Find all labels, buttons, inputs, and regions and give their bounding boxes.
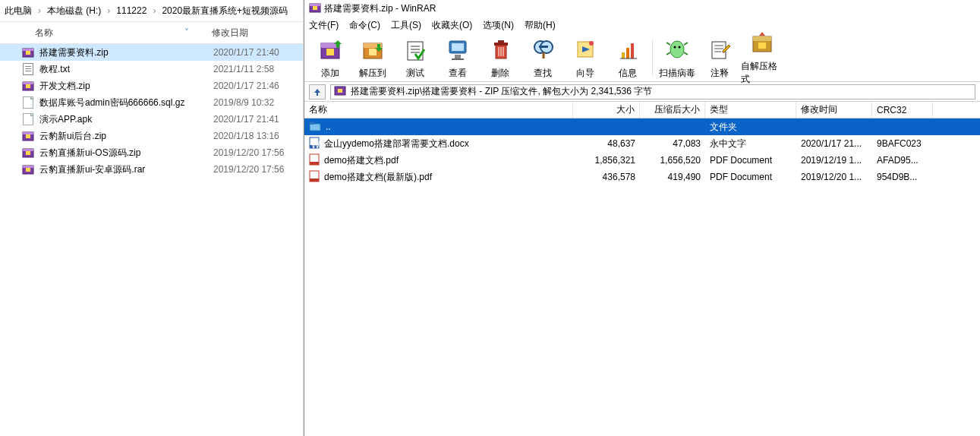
file-name: 金山yydemo搭建部署需要文档.docx [324,137,469,150]
toolbar-label: 注释 [711,67,729,80]
toolbar-button[interactable]: 注释 [698,36,741,80]
file-name: demo搭建文档(最新版).pdf [324,171,432,184]
file-date [796,118,872,135]
file-name: 演示APP.apk [39,113,213,126]
menubar: 文件(F)命令(C)工具(S)收藏夹(O)选项(N)帮助(H) [304,17,980,33]
col-date[interactable]: 修改日期 [212,27,303,39]
breadcrumb-item[interactable]: 111222 [115,5,148,16]
menu-item[interactable]: 选项(N) [483,19,514,32]
up-button[interactable] [309,84,326,100]
file-date: 2020/1/17 21... [796,135,872,152]
svg-rect-2 [26,51,30,55]
toolbar-button[interactable]: 删除 [479,36,522,80]
file-date: 2019/12/20 1... [796,169,872,185]
file-name: .. [326,122,331,132]
menu-item[interactable]: 帮助(H) [525,19,556,32]
explorer-row[interactable]: 演示APP.apk2020/1/17 21:41 [0,111,303,128]
col-name[interactable]: 名称 [304,102,573,118]
txt-icon [21,63,35,75]
file-date: 2021/1/11 2:58 [213,64,303,74]
col-packed[interactable]: 压缩后大小 [640,102,705,118]
toolbar-button[interactable]: 测试 [394,36,436,80]
svg-rect-46 [626,48,629,58]
toolbar-button[interactable]: 查看 [436,36,479,80]
file-packed: 47,083 [640,135,705,152]
breadcrumb-item[interactable]: 此电脑 [3,5,33,16]
file-type: 永中文字 [705,135,796,152]
explorer-row[interactable]: 云豹直播新ui-安卓源码.rar2019/12/20 17:56 [0,161,303,178]
svg-rect-8 [26,134,30,138]
toolbar-button[interactable]: 添加 [309,36,351,80]
menu-item[interactable]: 工具(S) [391,19,421,32]
grid-row[interactable]: demo搭建文档.pdf1,856,3211,656,520PDF Docume… [304,152,980,169]
archive-icon [21,163,35,175]
toolbar-icon [614,36,641,65]
svg-rect-16 [310,4,320,6]
svg-rect-34 [498,40,504,43]
svg-rect-14 [26,168,30,172]
path-box[interactable]: 搭建需要资料.zip\搭建需要资料 - ZIP 压缩文件, 解包大小为 2,34… [330,84,975,100]
toolbar-label: 扫描病毒 [659,67,695,80]
menu-item[interactable]: 文件(F) [309,19,339,32]
col-name[interactable]: 名称 [8,27,184,39]
toolbar-icon [663,36,691,65]
svg-rect-65 [310,124,320,131]
col-size[interactable]: 大小 [573,102,640,118]
breadcrumb-item[interactable]: 本地磁盘 (H:) [46,5,102,16]
svg-rect-11 [26,151,30,155]
svg-rect-71 [310,162,319,165]
svg-line-55 [684,52,688,55]
menu-item[interactable]: 命令(C) [349,19,380,32]
file-crc: 954D9B... [872,169,933,185]
toolbar-label: 测试 [406,67,424,80]
archive-icon [21,130,35,142]
file-date: 2019/12/20 17:56 [213,147,303,158]
toolbar-button[interactable]: 自解压格式 [741,29,783,86]
explorer-row[interactable]: 搭建需要资料.zip2020/1/17 21:40 [0,44,303,61]
toolbar-button[interactable]: 向导 [564,36,607,80]
toolbar-label: 解压到 [359,67,386,80]
toolbar-button[interactable]: 扫描病毒 [656,36,698,80]
grid-row[interactable]: ..文件夹 [304,118,980,135]
grid-row[interactable]: demo搭建文档(最新版).pdf436,578419,490PDF Docum… [304,169,980,185]
sort-indicator-icon: ˅ [184,27,189,38]
toolbar-label: 添加 [321,67,339,80]
toolbar-icon [402,36,429,65]
explorer-row[interactable]: 教程.txt2021/1/11 2:58 [0,61,303,77]
file-icon [21,113,35,125]
file-date: 2020/1/17 21:40 [213,47,303,58]
file-date: 2020/1/17 21:41 [213,114,303,125]
toolbar-button[interactable]: 解压到 [351,36,394,80]
explorer-row[interactable]: 云豹新ui后台.zip2020/1/18 13:16 [0,128,303,144]
file-name: 云豹直播新ui-安卓源码.rar [39,163,213,176]
svg-rect-20 [326,49,334,55]
file-name: demo搭建文档.pdf [324,154,399,167]
svg-point-49 [670,41,684,58]
breadcrumb[interactable]: 此电脑›本地磁盘 (H:)›111222›2020最新直播系统+短视频源码 [0,0,303,21]
file-size: 436,578 [573,169,640,185]
toolbar-icon [706,36,733,65]
toolbar-button[interactable]: 查找 [522,36,564,80]
file-icon [21,96,35,109]
explorer-row[interactable]: 数据库账号admin密码666666.sql.gz2019/8/9 10:32 [0,94,303,111]
archive-icon [21,46,35,58]
explorer-row[interactable]: 云豹直播新ui-OS源码.zip2019/12/20 17:56 [0,144,303,161]
file-packed [640,118,705,135]
col-type[interactable]: 类型 [705,102,796,118]
toolbar-icon [444,36,471,65]
grid-row[interactable]: W金山yydemo搭建部署需要文档.docx48,63747,083永中文字20… [304,135,980,152]
svg-rect-31 [452,58,464,60]
menu-item[interactable]: 收藏夹(O) [432,19,472,32]
grid-columns-header[interactable]: 名称 大小 压缩后大小 类型 修改时间 CRC32 [304,102,980,118]
file-date: 2019/12/19 1... [796,152,872,169]
toolbar-button[interactable]: 信息 [607,36,649,80]
breadcrumb-item[interactable]: 2020最新直播系统+短视频源码 [160,5,289,16]
toolbar-icon [317,36,344,65]
explorer-columns-header[interactable]: 名称 ˅ 修改日期 [0,21,303,44]
svg-rect-45 [622,52,625,58]
toolbar-separator [652,39,653,76]
path-text: 搭建需要资料.zip\搭建需要资料 - ZIP 压缩文件, 解包大小为 2,34… [351,85,652,98]
col-crc[interactable]: CRC32 [872,102,933,118]
explorer-row[interactable]: 开发文档.zip2020/1/17 21:46 [0,77,303,94]
col-date[interactable]: 修改时间 [796,102,872,118]
